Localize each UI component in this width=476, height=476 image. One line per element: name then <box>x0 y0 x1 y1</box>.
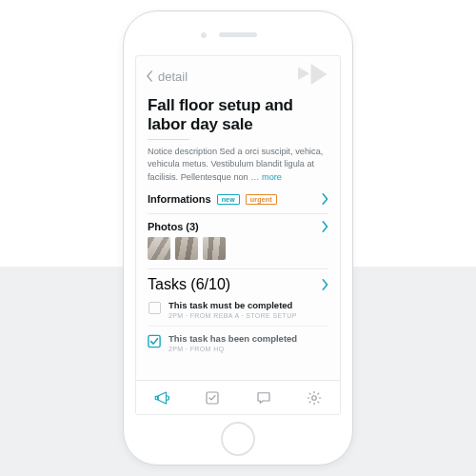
badge-urgent: urgent <box>246 194 277 205</box>
chevron-right-icon <box>321 193 328 205</box>
checklist-icon <box>204 389 221 407</box>
photo-thumbnails <box>148 237 328 260</box>
phone-camera <box>201 32 207 38</box>
checkbox-unchecked-icon[interactable] <box>148 301 161 314</box>
app-screen: detail Fall floor setup and labor day sa… <box>135 55 341 415</box>
chevron-right-icon <box>321 221 328 232</box>
page-title: Fall floor setup and labor day sale <box>148 96 328 133</box>
task-title: This task has been completed <box>169 333 328 344</box>
task-meta: 2PM · FROM REBA A · STORE SETUP <box>169 312 328 319</box>
gear-icon <box>306 389 323 407</box>
svg-rect-2 <box>149 335 160 347</box>
task-item[interactable]: This task has been completed 2PM · FROM … <box>148 327 328 352</box>
page-description: Notice description Sed a orci suscipit, … <box>148 146 328 184</box>
photos-row[interactable]: Photos (3) <box>148 213 328 260</box>
badge-new: new <box>217 194 240 205</box>
photo-thumbnail[interactable] <box>148 237 170 260</box>
task-meta: 2PM · FROM HQ <box>169 346 328 352</box>
more-link[interactable]: more <box>262 172 282 182</box>
tasks-header[interactable]: Tasks (6/10) <box>148 276 328 293</box>
megaphone-icon <box>153 389 170 407</box>
description-text: Notice description Sed a orci suscipit, … <box>148 147 323 182</box>
photo-thumbnail[interactable] <box>203 237 226 260</box>
chevron-left-icon <box>146 70 154 82</box>
tab-chat[interactable] <box>253 387 274 408</box>
brand-logo <box>298 64 330 89</box>
svg-point-4 <box>312 395 317 400</box>
phone-speaker <box>219 32 257 37</box>
informations-row[interactable]: Informations new urgent <box>148 193 328 205</box>
svg-marker-1 <box>311 64 327 85</box>
phone-frame: detail Fall floor setup and labor day sa… <box>123 10 353 466</box>
informations-label: Informations <box>148 193 211 205</box>
home-button[interactable] <box>221 422 255 456</box>
checkbox-checked-icon[interactable] <box>148 334 161 347</box>
tab-bar <box>136 380 340 414</box>
tab-tasks[interactable] <box>202 387 223 408</box>
chat-icon <box>255 389 272 407</box>
tasks-label: Tasks (6/10) <box>148 276 230 293</box>
title-underline <box>148 139 189 140</box>
chevron-right-icon <box>321 279 328 290</box>
photo-thumbnail[interactable] <box>175 237 198 260</box>
back-label: detail <box>158 69 188 84</box>
tasks-section: Tasks (6/10) This task must be completed… <box>148 268 328 352</box>
task-item[interactable]: This task must be completed 2PM · FROM R… <box>148 293 328 327</box>
svg-marker-0 <box>298 67 309 80</box>
back-button[interactable]: detail <box>146 69 188 84</box>
navbar: detail <box>136 56 340 90</box>
tab-settings[interactable] <box>304 387 325 408</box>
tab-announcements[interactable] <box>151 387 172 408</box>
content-area: Fall floor setup and labor day sale Noti… <box>136 90 340 380</box>
photos-label: Photos (3) <box>148 221 199 232</box>
task-title: This task must be completed <box>169 300 328 310</box>
